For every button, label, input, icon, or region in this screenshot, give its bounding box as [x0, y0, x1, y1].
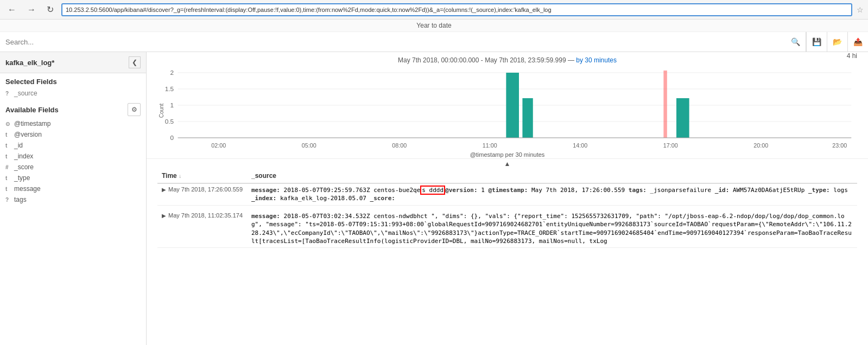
source-column-header[interactable]: _source [247, 169, 857, 183]
results-table: Time ↓ _source ▶May 7th 2018, 17:26:00.5… [157, 169, 857, 248]
histogram-svg: 2 1.5 1 0.5 0 [157, 67, 857, 149]
svg-rect-13 [676, 98, 689, 138]
selected-fields-list: ?_source [0, 88, 146, 99]
toggle-up-icon: ▲ [504, 160, 511, 168]
histogram-title: May 7th 2018, 00:00:00.000 - May 7th 201… [157, 56, 857, 64]
sidebar: kafka_elk_log* ❮ Selected Fields ?_sourc… [0, 52, 147, 345]
field-name: @version [14, 131, 42, 138]
available-field-item[interactable]: t_id [0, 140, 146, 151]
svg-text:0: 0 [170, 135, 174, 141]
date-header: Year to date [0, 20, 868, 32]
svg-text:17:00: 17:00 [663, 143, 678, 149]
svg-text:05:00: 05:00 [302, 143, 316, 149]
svg-text:0.5: 0.5 [165, 118, 174, 125]
field-value: 2018-05-07T03:02:34.532Z centos-ndwdbhct… [251, 213, 852, 245]
share-button[interactable]: 📤 [847, 32, 868, 52]
field-name: _id [14, 142, 23, 149]
svg-text:2: 2 [170, 69, 174, 76]
source-cell: message: 2018-05-07T09:25:59.763Z centos… [247, 183, 857, 205]
available-field-item[interactable]: ?tags [0, 194, 146, 205]
available-field-item[interactable]: ⊙@timestamp [0, 118, 146, 129]
svg-rect-10 [506, 73, 519, 138]
field-name: message [14, 185, 41, 193]
available-field-item[interactable]: t@version [0, 129, 146, 140]
collapse-button[interactable]: ❮ [129, 56, 141, 68]
index-label-row: kafka_elk_log* ❮ [0, 52, 146, 73]
field-type-icon: t [5, 143, 12, 149]
available-field-item[interactable]: #_score [0, 162, 146, 173]
available-field-item[interactable]: tmessage [0, 183, 146, 194]
field-value: 2018-05-07T09:25:59.763Z centos-bue2qe [280, 187, 420, 194]
row-spacer [157, 205, 857, 210]
svg-text:02:00: 02:00 [211, 143, 226, 149]
field-key: _score: [370, 195, 395, 202]
time-column-header[interactable]: Time ↓ [157, 169, 247, 183]
field-name: _type [14, 174, 30, 182]
svg-text:20:00: 20:00 [753, 143, 768, 149]
histogram-link[interactable]: by 30 minutes [576, 56, 617, 64]
field-value: kafka_elk_log-2018.05.07 [276, 195, 370, 202]
back-button[interactable]: ← [4, 4, 20, 16]
histogram-container: 2 1.5 1 0.5 0 [157, 67, 857, 154]
field-value: _jsonparsefailure [647, 187, 715, 194]
bookmark-button[interactable]: ☆ [857, 5, 864, 14]
field-key: _type: [808, 187, 830, 194]
reload-button[interactable]: ↻ [43, 3, 57, 16]
save-button[interactable]: 💾 [806, 32, 827, 52]
available-fields-title: Available Fields [5, 106, 59, 114]
available-fields-header: Available Fields ⚙ [0, 99, 146, 118]
field-key: tags: [629, 187, 647, 194]
available-field-item[interactable]: t_index [0, 151, 146, 162]
field-name: _score [14, 163, 34, 171]
field-type-icon: t [5, 186, 12, 192]
results-header: Time ↓ _source [157, 169, 857, 183]
selected-fields-title: Selected Fields [0, 73, 146, 88]
time-cell: ▶May 7th 2018, 11:02:35.174 [157, 210, 247, 248]
svg-text:1.5: 1.5 [165, 86, 174, 92]
selected-field-item[interactable]: ?_source [0, 88, 146, 99]
field-key: _index: [251, 195, 276, 202]
toggle-up-row[interactable]: ▲ [147, 159, 868, 169]
highlighted-text: s dddd [420, 186, 445, 195]
field-value: AWM57Az0DA6atjE5tRUp [729, 187, 808, 194]
browser-bar: ← → ↻ ☆ [0, 0, 868, 20]
svg-text:11:00: 11:00 [483, 143, 497, 149]
results-area[interactable]: Time ↓ _source ▶May 7th 2018, 17:26:00.5… [147, 169, 868, 345]
field-key: message: [251, 213, 280, 220]
content-area: 4 hi May 7th 2018, 00:00:00.000 - May 7t… [147, 52, 868, 345]
expand-row-button[interactable]: ▶ [162, 187, 166, 193]
svg-rect-12 [663, 71, 667, 138]
results-body: ▶May 7th 2018, 17:26:00.559message: 2018… [157, 183, 857, 248]
svg-text:23:00: 23:00 [832, 143, 847, 149]
field-key: @timestamp: [489, 187, 528, 194]
table-row: ▶May 7th 2018, 11:02:35.174message: 2018… [157, 210, 857, 248]
svg-text:Count: Count [158, 104, 164, 118]
available-field-item[interactable]: t_type [0, 173, 146, 183]
field-value: 1 [478, 187, 489, 194]
toolbar-icons: 💾 📂 📤 [806, 32, 868, 52]
search-toolbar-row: 🔍 💾 📂 📤 [0, 32, 868, 52]
main-container: kafka_elk_log* ❮ Selected Fields ?_sourc… [0, 52, 868, 345]
field-name: tags [14, 196, 27, 203]
available-fields-list: ⊙@timestampt@versiont_idt_index#_scoret_… [0, 118, 146, 205]
time-cell: ▶May 7th 2018, 17:26:00.559 [157, 183, 247, 205]
expand-row-button[interactable]: ▶ [162, 213, 166, 219]
field-name: _source [14, 90, 37, 97]
forward-button[interactable]: → [24, 4, 39, 16]
search-input[interactable] [0, 32, 785, 52]
field-type-icon: t [5, 132, 12, 138]
hits-count: 4 hi [847, 52, 857, 60]
table-row: ▶May 7th 2018, 17:26:00.559message: 2018… [157, 183, 857, 205]
search-button[interactable]: 🔍 [785, 37, 806, 46]
open-button[interactable]: 📂 [827, 32, 847, 52]
index-name: kafka_elk_log* [5, 59, 54, 67]
url-input[interactable] [61, 3, 852, 16]
gear-button[interactable]: ⚙ [128, 103, 141, 116]
svg-text:14:00: 14:00 [573, 143, 587, 149]
field-type-icon: ? [5, 197, 12, 203]
histogram-x-label: @timestamp per 30 minutes [157, 151, 857, 158]
field-value: May 7th 2018, 17:26:00.559 [528, 187, 628, 194]
field-name: @timestamp [14, 120, 51, 127]
field-type-icon: # [5, 164, 12, 170]
svg-rect-11 [522, 98, 533, 138]
